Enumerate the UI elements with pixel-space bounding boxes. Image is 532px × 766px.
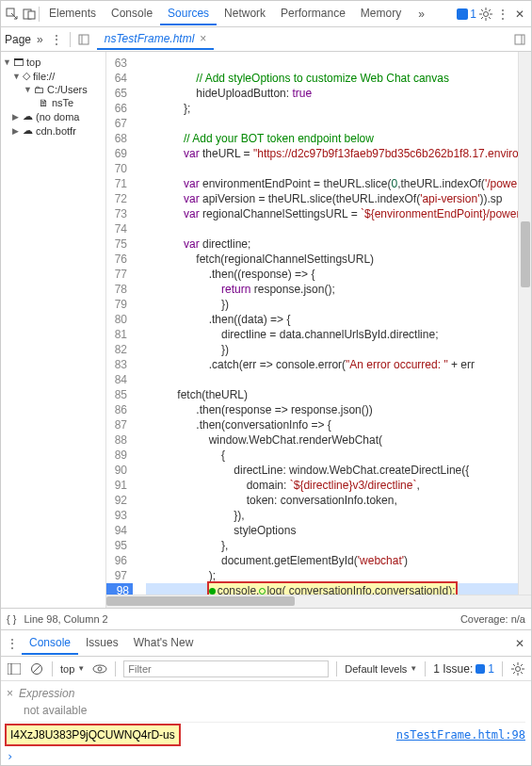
divider (70, 32, 71, 47)
tab-network[interactable]: Network (217, 3, 273, 25)
svg-line-30 (521, 672, 523, 674)
divider (52, 661, 53, 676)
tree-folder-cusers[interactable]: ▼🗀 C:/Users (1, 83, 105, 96)
svg-line-10 (489, 17, 491, 19)
svg-point-4 (484, 11, 489, 16)
svg-rect-15 (515, 35, 524, 44)
close-expression-icon[interactable]: × (7, 685, 13, 702)
drawer-tab-issues[interactable]: Issues (78, 632, 126, 655)
tree-top[interactable]: ▼🗖 top (1, 56, 105, 69)
live-expression-row[interactable]: × Expression (7, 685, 525, 702)
page-pane-label[interactable]: Page (5, 33, 31, 46)
svg-line-9 (481, 9, 483, 11)
svg-line-20 (33, 665, 40, 673)
code-editor[interactable]: 6364656667686970717273747576777879808182… (106, 52, 531, 595)
tab-overflow[interactable]: » (411, 4, 432, 24)
svg-point-21 (93, 665, 106, 673)
coverage-status[interactable]: Coverage: n/a (460, 613, 525, 625)
inspect-icon[interactable] (5, 7, 20, 22)
tab-memory[interactable]: Memory (353, 3, 409, 25)
vertical-scrollbar[interactable] (518, 52, 531, 595)
svg-rect-2 (28, 11, 35, 19)
warnings-badge[interactable]: 1 (457, 8, 476, 21)
svg-point-22 (98, 667, 102, 671)
editor-status-bar: { } Line 98, Column 2 Coverage: n/a (1, 608, 531, 630)
divider (39, 7, 40, 22)
scrollbar-thumb[interactable] (106, 596, 295, 606)
divider (502, 661, 503, 676)
issues-link[interactable]: 1 Issue: 1 (433, 662, 494, 676)
svg-line-12 (489, 9, 491, 11)
sources-sub-toolbar: Page » ⋮ nsTestFrame.html × (1, 27, 531, 52)
kebab-menu-icon[interactable]: ⋮ (5, 636, 20, 651)
devtools-main-tabs: ElementsConsoleSourcesNetworkPerformance… (1, 1, 531, 27)
tab-sources[interactable]: Sources (160, 3, 217, 25)
divider (115, 661, 116, 676)
log-source-link[interactable]: nsTestFrame.html:98 (396, 726, 525, 743)
console-settings-gear-icon[interactable] (510, 661, 525, 676)
expression-result: not available (7, 702, 525, 719)
svg-line-11 (481, 17, 483, 19)
device-toggle-icon[interactable] (22, 7, 37, 22)
kebab-menu-icon[interactable]: ⋮ (495, 7, 510, 22)
tab-performance[interactable]: Performance (273, 3, 353, 25)
cursor-position: Line 98, Column 2 (24, 613, 107, 625)
open-file-tab[interactable]: nsTestFrame.html × (97, 29, 215, 50)
console-prompt[interactable]: › (1, 748, 531, 765)
close-tab-icon[interactable]: × (200, 32, 206, 45)
tree-no-domain[interactable]: ▶☁ (no doma (1, 109, 105, 123)
tab-console[interactable]: Console (104, 3, 160, 25)
code-content[interactable]: // Add styleOptions to customize Web Cha… (140, 52, 531, 595)
log-levels-dropdown[interactable]: Default levels ▼ (345, 663, 417, 675)
live-expression-icon[interactable] (92, 661, 107, 676)
clear-console-icon[interactable] (29, 661, 44, 676)
horizontal-scrollbar[interactable] (106, 595, 531, 608)
drawer-tab-what-s-new[interactable]: What's New (126, 632, 202, 655)
svg-rect-23 (476, 664, 485, 674)
drawer-tab-console[interactable]: Console (22, 632, 78, 655)
file-tree-sidebar[interactable]: ▼🗖 top ▼◇ file:// ▼🗀 C:/Users 🗎 nsTe ▶☁ … (1, 52, 106, 608)
tab-elements[interactable]: Elements (41, 3, 104, 25)
expression-label: Expression (19, 685, 74, 702)
page-pane-overflow[interactable]: » (37, 33, 43, 46)
svg-line-31 (513, 672, 515, 674)
tree-file-scheme[interactable]: ▼◇ file:// (1, 69, 105, 83)
drawer-tabs: ⋮ ConsoleIssuesWhat's New ✕ (1, 630, 531, 657)
log-message: I4XzJ8U383P9jQCUWNQ4rD-us (7, 725, 179, 744)
open-file-name: nsTestFrame.html (105, 32, 195, 45)
filter-input[interactable] (123, 660, 329, 677)
settings-gear-icon[interactable] (478, 7, 493, 22)
svg-rect-3 (457, 8, 468, 20)
divider (336, 661, 337, 676)
tree-cdn-botfr[interactable]: ▶☁ cdn.botfr (1, 123, 105, 138)
console-toolbar: top ▼ Default levels ▼ 1 Issue: 1 (1, 657, 531, 681)
console-log-row[interactable]: I4XzJ8U383P9jQCUWNQ4rD-us nsTestFrame.ht… (7, 725, 525, 744)
navigate-left-icon[interactable] (76, 32, 91, 47)
svg-line-32 (521, 664, 523, 666)
scrollbar-thumb[interactable] (521, 221, 530, 287)
close-drawer-icon[interactable]: ✕ (512, 636, 527, 651)
close-devtools-icon[interactable]: ✕ (512, 7, 527, 22)
tree-file-nste[interactable]: 🗎 nsTe (1, 96, 105, 109)
divider (425, 661, 426, 676)
svg-line-29 (513, 664, 515, 666)
console-output[interactable]: × Expression not available I4XzJ8U383P9j… (1, 681, 531, 748)
svg-point-24 (516, 666, 521, 671)
svg-rect-17 (8, 663, 21, 675)
braces-icon[interactable]: { } (7, 613, 16, 625)
line-gutter[interactable]: 6364656667686970717273747576777879808182… (106, 52, 140, 595)
svg-rect-13 (79, 35, 89, 44)
navigate-right-icon[interactable] (512, 32, 527, 47)
context-selector[interactable]: top ▼ (60, 663, 85, 675)
kebab-menu-icon[interactable]: ⋮ (49, 32, 64, 47)
sidebar-toggle-icon[interactable] (7, 661, 22, 676)
